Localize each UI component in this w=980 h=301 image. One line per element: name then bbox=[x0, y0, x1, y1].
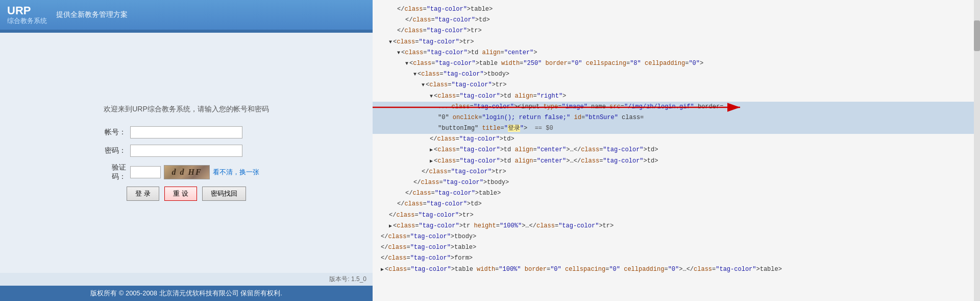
code-line[interactable]: ▶<class="tag-color">table width="100%" b… bbox=[373, 264, 980, 275]
button-row: 登 录 重 设 密码找回 bbox=[127, 187, 246, 201]
code-line[interactable]: </class="tag-color">table> bbox=[373, 4, 980, 15]
dots-indicator: ... bbox=[438, 104, 451, 110]
code-line[interactable]: </class="tag-color">td> bbox=[373, 199, 980, 210]
urp-logo: URP bbox=[7, 5, 47, 17]
expand-arrow[interactable]: ▼ bbox=[405, 61, 408, 66]
code-line[interactable]: </class="tag-color">tr> bbox=[373, 167, 980, 177]
account-input[interactable] bbox=[130, 126, 242, 138]
devtools-scrollbar-thumb[interactable] bbox=[974, 20, 980, 51]
devtools-code-view[interactable]: </class="tag-color">table></class="tag-c… bbox=[373, 0, 980, 301]
code-line[interactable]: ▶<class="tag-color">td align="center">…<… bbox=[373, 156, 980, 167]
expand-arrow[interactable]: ▼ bbox=[430, 94, 433, 99]
expand-arrow[interactable]: ▶ bbox=[381, 267, 384, 272]
captcha-input[interactable] bbox=[130, 166, 161, 178]
code-line[interactable]: </class="tag-color">tbody> bbox=[373, 231, 980, 242]
password-label: 密码： bbox=[100, 146, 126, 155]
header-bar: URP 综合教务系统 提供全新教务管理方案 bbox=[0, 0, 373, 30]
code-line[interactable]: </class="tag-color">tr> bbox=[373, 210, 980, 221]
captcha-section: d d HF 看不清，换一张 bbox=[130, 165, 259, 179]
code-line[interactable]: ▼<class="tag-color">td align="right"> bbox=[373, 91, 980, 102]
account-label: 帐号： bbox=[100, 128, 126, 137]
version-bar: 版本号: 1.5_0 bbox=[0, 273, 373, 286]
code-line[interactable]: "0" onclick="login(); return false;" id=… bbox=[373, 112, 980, 123]
code-line[interactable]: ▶<class="tag-color">tr height="100%">…</… bbox=[373, 221, 980, 231]
footer-bar: 版权所有 © 2005-2008 北京清元优软科技有限公司 保留所有权利. bbox=[0, 286, 373, 301]
devtools-scrollbar[interactable] bbox=[974, 0, 980, 301]
code-line[interactable]: </class="tag-color">form> bbox=[373, 253, 980, 264]
login-button[interactable]: 登 录 bbox=[127, 187, 159, 201]
code-line[interactable]: ▼<class="tag-color">td align="center"> bbox=[373, 48, 980, 58]
captcha-row: 验证码： d d HF 看不清，换一张 bbox=[100, 163, 273, 181]
refresh-captcha-link[interactable]: 看不清，换一张 bbox=[213, 168, 259, 177]
code-line[interactable]: ▼<class="tag-color">tr> bbox=[373, 37, 980, 48]
expand-arrow[interactable]: ▼ bbox=[422, 82, 425, 88]
code-line[interactable]: </class="tag-color">table> bbox=[373, 188, 980, 199]
code-line[interactable]: ▶<class="tag-color">td align="center">…<… bbox=[373, 145, 980, 155]
login-content: 欢迎来到URP综合教务系统，请输入您的帐号和密码 帐号： 密码： 验证码： d … bbox=[0, 33, 373, 273]
code-line[interactable]: </class="tag-color">td> bbox=[373, 15, 980, 26]
expand-arrow[interactable]: ▼ bbox=[413, 72, 416, 77]
code-line[interactable]: ▼<class="tag-color">table width="250" bo… bbox=[373, 58, 980, 69]
code-line[interactable]: </class="tag-color">table> bbox=[373, 242, 980, 253]
captcha-label: 验证码： bbox=[100, 163, 126, 181]
expand-arrow[interactable]: ▶ bbox=[430, 158, 433, 164]
logo-block: URP 综合教务系统 bbox=[7, 5, 47, 25]
code-line[interactable]: ... class="tag-color"><input type="image… bbox=[373, 102, 980, 112]
expand-arrow[interactable]: ▼ bbox=[397, 50, 400, 56]
code-line[interactable]: "buttonImg" title="登录"> == $0 bbox=[373, 123, 980, 134]
tagline: 提供全新教务管理方案 bbox=[56, 10, 128, 19]
login-panel: URP 综合教务系统 提供全新教务管理方案 欢迎来到URP综合教务系统，请输入您… bbox=[0, 0, 373, 301]
code-line[interactable]: ▼<class="tag-color">tbody> bbox=[373, 69, 980, 80]
expand-arrow[interactable]: ▶ bbox=[430, 147, 433, 153]
login-form: 帐号： 密码： 验证码： d d HF 看不清，换一张 bbox=[100, 126, 273, 181]
devtools-panel: </class="tag-color">table></class="tag-c… bbox=[373, 0, 980, 301]
system-name: 综合教务系统 bbox=[7, 17, 47, 25]
welcome-text: 欢迎来到URP综合教务系统，请输入您的帐号和密码 bbox=[104, 105, 269, 114]
reset-button[interactable]: 重 设 bbox=[164, 187, 197, 201]
code-line[interactable]: ▼<class="tag-color">tr> bbox=[373, 80, 980, 90]
expand-arrow[interactable]: ▶ bbox=[389, 223, 392, 229]
captcha-image[interactable]: d d HF bbox=[164, 165, 210, 179]
code-line[interactable]: </class="tag-color">td> bbox=[373, 134, 980, 145]
account-row: 帐号： bbox=[100, 126, 273, 138]
code-line[interactable]: </class="tag-color">tbody> bbox=[373, 177, 980, 188]
code-line[interactable]: </class="tag-color">tr> bbox=[373, 26, 980, 36]
forgot-password-button[interactable]: 密码找回 bbox=[202, 187, 246, 201]
password-row: 密码： bbox=[100, 145, 273, 157]
password-input[interactable] bbox=[130, 145, 242, 157]
expand-arrow[interactable]: ▼ bbox=[389, 39, 392, 45]
